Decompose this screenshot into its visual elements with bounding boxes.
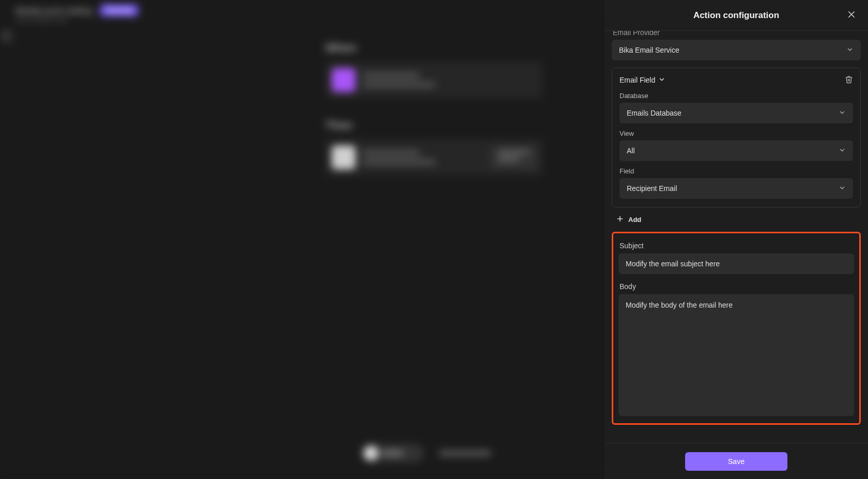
bg-subtitle: Send weekly email [0, 17, 605, 24]
email-provider-label: Email Provider [612, 31, 861, 37]
plus-icon [616, 215, 624, 225]
bg-title: Weekly push mailing [16, 6, 92, 15]
panel-header: Action configuration [605, 0, 868, 31]
save-button[interactable]: Save [685, 452, 787, 471]
bg-card-trigger [326, 62, 542, 98]
subject-label: Subject [618, 242, 854, 250]
bg-action-icon [332, 146, 355, 169]
close-icon [847, 10, 856, 21]
database-label: Database [619, 92, 853, 100]
delete-field-button[interactable] [845, 74, 853, 86]
email-provider-dropdown[interactable]: Bika Email Service [612, 40, 861, 60]
body-label: Body [618, 282, 854, 291]
bg-status-badge: Running [100, 5, 138, 16]
subject-value: Modify the email subject here [626, 260, 720, 268]
panel-title: Action configuration [693, 10, 779, 21]
view-dropdown[interactable]: All [619, 140, 853, 161]
bg-toggle [362, 444, 424, 462]
save-label: Save [728, 457, 745, 466]
close-button[interactable] [845, 9, 858, 22]
add-label: Add [628, 216, 641, 223]
chevron-down-icon [658, 76, 665, 85]
highlighted-section: Subject Modify the email subject here Bo… [612, 232, 861, 425]
background-canvas: Weekly push mailing Running Send weekly … [0, 0, 605, 479]
panel-body: Email Provider Bika Email Service Email … [605, 31, 868, 443]
body-value: Modify the body of the email here [626, 301, 733, 309]
field-label: Field [619, 167, 853, 175]
bg-card-action [326, 139, 542, 175]
chevron-down-icon [839, 109, 846, 118]
field-dropdown[interactable]: Recipient Email [619, 178, 853, 199]
add-field-button[interactable]: Add [616, 215, 861, 225]
bg-bottom-controls [362, 444, 491, 462]
view-label: View [619, 130, 853, 137]
bg-section-then: Then [326, 119, 542, 132]
field-value: Recipient Email [627, 184, 677, 193]
email-field-header-label: Email Field [619, 76, 655, 84]
bg-section-when: When [326, 41, 542, 55]
trash-icon [845, 76, 853, 85]
subject-input[interactable]: Modify the email subject here [618, 253, 854, 274]
chevron-down-icon [839, 184, 846, 193]
email-field-box: Email Field Database Emails Database [612, 68, 861, 207]
view-value: All [627, 147, 635, 155]
panel-footer: Save [605, 443, 868, 479]
body-textarea[interactable]: Modify the body of the email here [618, 294, 854, 416]
database-dropdown[interactable]: Emails Database [619, 103, 853, 123]
email-provider-value: Bika Email Service [619, 46, 679, 54]
bg-topbar: Weekly push mailing Running [0, 3, 605, 18]
email-field-header[interactable]: Email Field [619, 76, 665, 85]
action-config-panel: Action configuration Email Provider Bika… [605, 0, 868, 479]
bg-stripe [0, 30, 12, 42]
database-value: Emails Database [627, 109, 681, 117]
chevron-down-icon [846, 46, 854, 55]
bg-trigger-icon [332, 68, 355, 92]
chevron-down-icon [839, 147, 846, 155]
